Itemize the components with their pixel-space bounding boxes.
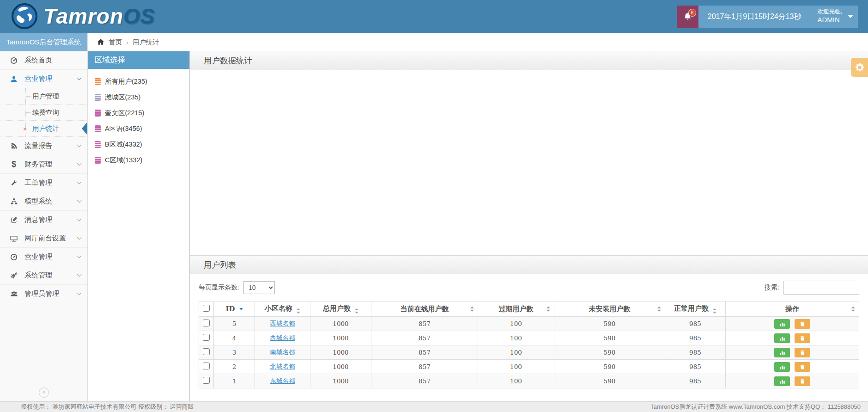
table-row: 3 南城名都 1000 857 100 590 985 (199, 345, 859, 360)
settings-gear-button[interactable] (851, 58, 868, 77)
sort-icon (546, 307, 550, 312)
sidebar-item-system-mgmt[interactable]: 系统管理 (0, 266, 87, 285)
sidebar-item-admin-mgmt[interactable]: 管理员管理 (0, 285, 87, 303)
page-size-label: 每页显示条数: (199, 283, 239, 292)
view-chart-button[interactable] (774, 319, 790, 329)
sidebar-item-message-mgmt[interactable]: 消息管理 (0, 211, 87, 229)
delete-button[interactable] (795, 362, 810, 372)
view-chart-button[interactable] (774, 362, 790, 372)
breadcrumb: 首页 › 用户统计 (88, 33, 868, 51)
delete-button[interactable] (795, 376, 810, 386)
sidebar-item-label: 模型系统 (24, 197, 52, 206)
building-icon (95, 78, 101, 85)
cell-online: 857 (371, 345, 478, 360)
list-panel-title: 用户列表 (204, 259, 236, 271)
column-header-online[interactable]: 当前在线用户数 (371, 301, 478, 317)
view-chart-button[interactable] (774, 333, 790, 343)
column-header-expired[interactable]: 过期用户数 (478, 301, 554, 317)
sidebar-item-label: 管理员管理 (24, 289, 59, 298)
sidebar-collapse-button[interactable]: « (39, 387, 49, 398)
column-header-total[interactable]: 总用户数 (310, 301, 371, 317)
column-header-id[interactable]: ID (214, 301, 255, 317)
cell-expired: 100 (478, 360, 554, 374)
chevron-down-icon (77, 217, 82, 221)
column-header-actions[interactable]: 操作 (726, 301, 859, 317)
cell-id: 4 (214, 331, 255, 345)
row-checkbox[interactable] (203, 320, 210, 326)
row-checkbox[interactable] (203, 334, 210, 341)
sidebar-title: TamronOS后台管理系统 (0, 33, 87, 51)
chevron-down-icon (77, 272, 82, 277)
sidebar-item-user-mgmt[interactable]: 用户管理 (0, 88, 87, 105)
cell-normal: 985 (665, 317, 726, 331)
cell-expired: 100 (478, 331, 554, 345)
row-checkbox[interactable] (203, 348, 210, 355)
gauge-icon (9, 57, 18, 64)
cell-uninstalled: 590 (554, 360, 665, 374)
welcome-text: 欢迎光临, (818, 8, 842, 15)
sidebar-item-user-statistics[interactable]: » 用户统计 (0, 121, 87, 137)
breadcrumb-home[interactable]: 首页 (109, 38, 122, 47)
cell-online: 857 (371, 331, 478, 345)
sidebar-item-model-system[interactable]: 模型系统 (0, 192, 87, 211)
row-checkbox[interactable] (203, 377, 210, 384)
cell-normal: 985 (665, 345, 726, 360)
community-link[interactable]: 南城名都 (270, 349, 295, 356)
region-item-b[interactable]: B区域(4332) (88, 136, 189, 152)
community-link[interactable]: 西城名都 (270, 334, 295, 341)
sidebar-item-business-mgmt-2[interactable]: 营业管理 (0, 248, 87, 266)
notifications-button[interactable]: 8 (677, 6, 698, 28)
delete-button[interactable] (795, 348, 810, 357)
select-all-cell (199, 301, 214, 317)
chevron-down-icon (848, 15, 853, 18)
sidebar-item-renewal-query[interactable]: 续费查询 (0, 105, 87, 121)
footer-license-text: 授权使用： 潍坊家园驿站电子技术有限公司 授权级别： 运营商版 (21, 403, 194, 411)
chevron-down-icon (77, 291, 82, 295)
region-item-all-users[interactable]: 所有用户(235) (88, 74, 189, 89)
sidebar-item-label: 营业管理 (24, 252, 52, 261)
delete-button[interactable] (795, 333, 810, 343)
cell-id: 3 (214, 345, 255, 360)
building-icon (95, 110, 101, 117)
sidebar-item-label: 流量报告 (24, 141, 52, 150)
building-icon (95, 125, 101, 132)
sidebar-item-traffic-report[interactable]: 流量报告 (0, 137, 87, 155)
row-checkbox[interactable] (203, 363, 210, 369)
community-link[interactable]: 东城名都 (270, 377, 295, 384)
region-item-weicheng[interactable]: 潍城区(235) (88, 89, 189, 105)
sidebar-item-business-mgmt[interactable]: 营业管理 (0, 70, 87, 88)
page-size-select[interactable]: 10 (243, 281, 275, 294)
sidebar-submenu: 用户管理 续费查询 » 用户统计 (0, 88, 87, 137)
trash-icon (800, 335, 805, 341)
sidebar-item-label: 工单管理 (24, 178, 52, 187)
column-header-name[interactable]: 小区名称 (255, 301, 310, 317)
select-all-checkbox[interactable] (203, 305, 210, 312)
sidebar-item-dashboard[interactable]: 系统首页 (0, 51, 87, 70)
region-item-label: A区语(3456) (105, 124, 142, 133)
breadcrumb-current: 用户统计 (133, 38, 159, 47)
sidebar-item-work-order[interactable]: 工单管理 (0, 174, 87, 192)
delete-button[interactable] (795, 319, 810, 329)
community-link[interactable]: 北城名都 (270, 363, 295, 370)
region-item-c[interactable]: C区域(1332) (88, 152, 189, 168)
region-item-kuiwen[interactable]: 奎文区(2215) (88, 105, 189, 121)
community-link[interactable]: 西城名都 (270, 320, 295, 327)
sort-icon (297, 308, 300, 314)
cell-uninstalled: 590 (554, 317, 665, 331)
region-item-a[interactable]: A区语(3456) (88, 121, 189, 136)
table-row: 2 北城名都 1000 857 100 590 985 (199, 360, 859, 374)
search-input[interactable] (783, 281, 859, 295)
sidebar-item-finance-mgmt[interactable]: $ 财务管理 (0, 155, 87, 174)
region-panel: 区域选择 所有用户(235) 潍城区(235) 奎文区(2215) A区语(34… (88, 51, 190, 401)
view-chart-button[interactable] (774, 348, 790, 357)
cell-total: 1000 (310, 331, 371, 345)
chevron-down-icon (77, 254, 82, 258)
column-header-uninstalled[interactable]: 未安装用户数 (554, 301, 665, 317)
sidebar-item-portal-settings[interactable]: 网厅前台设置 (0, 229, 87, 248)
user-menu[interactable]: 欢迎光临, ADMIN (811, 6, 858, 28)
monitor-icon (9, 235, 18, 242)
sidebar: TamronOS后台管理系统 系统首页 营业管理 用户管理 续费查询 » 用户统… (0, 33, 88, 401)
column-header-normal[interactable]: 正常用户数 (665, 301, 726, 317)
wrench-icon (9, 179, 18, 186)
view-chart-button[interactable] (774, 376, 790, 386)
